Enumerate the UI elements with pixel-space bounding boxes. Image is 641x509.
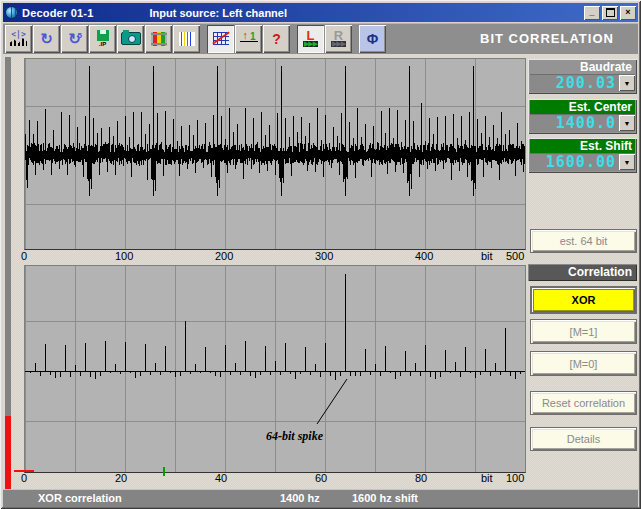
color-bars-icon: [151, 32, 167, 46]
decoder-window: Decoder 01-1 Input source: Left channel …: [0, 0, 641, 509]
status-shift-freq: 1600 hz shift: [352, 492, 418, 504]
m1-button[interactable]: [M=1]: [530, 319, 637, 344]
spectrum-icon: <|>: [11, 31, 25, 38]
raw-correlation-chart[interactable]: [24, 58, 526, 250]
axis-tick-label: 400: [415, 250, 433, 262]
titlebar: Decoder 01-1 Input source: Left channel …: [3, 3, 638, 22]
axis-tick-label: 60: [315, 472, 327, 484]
app-globe-icon: [5, 6, 18, 19]
histogram-icon: [10, 38, 27, 46]
help-button[interactable]: ?: [263, 25, 290, 53]
xor-button[interactable]: XOR: [530, 286, 637, 314]
est-center-label: Est. Center: [530, 100, 635, 114]
est-shift-dropdown-button[interactable]: ▼: [619, 154, 635, 170]
axis-tick-label: 40: [215, 472, 227, 484]
est-shift-value: 1600.00: [530, 153, 619, 171]
floppy-icon: [97, 30, 109, 41]
red-axis-marker: [14, 470, 34, 472]
axes-button[interactable]: ↑1: [235, 25, 262, 53]
minimize-button[interactable]: _: [584, 6, 600, 20]
axis-tick-label: 300: [315, 250, 333, 262]
toolbar: <|>↻↻5.IP↑1?L▶▶▶R▶▶▶Φ BIT CORRELATION: [3, 23, 638, 54]
close-button[interactable]: ×: [620, 6, 636, 20]
axis-tick-label: 500: [506, 250, 524, 262]
maximize-icon: [606, 8, 615, 17]
status-mode: XOR correlation: [38, 492, 122, 504]
refresh-button[interactable]: ↻: [33, 25, 60, 53]
est-center-dropdown-button[interactable]: ▼: [619, 115, 635, 131]
right-channel-button: R▶▶▶: [325, 25, 352, 53]
baudrate-dropdown-button[interactable]: ▼: [619, 75, 635, 91]
baudrate-label: Baudrate: [530, 60, 635, 74]
axis-unit-label: bit: [481, 250, 493, 262]
est-shift-panel: Est. Shift 1600.00 ▼: [528, 138, 637, 173]
axis-tick-label: 0: [21, 250, 27, 262]
spike-annotation: 64-bit spike: [266, 429, 323, 444]
left-channel-button[interactable]: L▶▶▶: [297, 25, 324, 53]
axis-tick-label: 100: [115, 250, 133, 262]
status-bar: XOR correlation 1400 hz 1600 hz shift: [3, 489, 638, 507]
view-heading: BIT CORRELATION: [480, 23, 614, 54]
axis-tick-label: 100: [506, 472, 524, 484]
window-title: Decoder 01-1: [22, 7, 94, 19]
snapshot-button[interactable]: [117, 25, 144, 53]
est-center-panel: Est. Center 1400.0 ▼: [528, 99, 637, 134]
phase-button[interactable]: Φ: [359, 25, 386, 53]
input-source-label: Input source: Left channel: [150, 7, 288, 19]
est-64-bit-button[interactable]: est. 64 bit: [530, 229, 637, 253]
maximize-button[interactable]: [602, 6, 618, 20]
axis-tick-label: 20: [115, 472, 127, 484]
help-icon: ?: [272, 31, 281, 47]
reset-correlation-button[interactable]: Reset correlation: [530, 391, 637, 415]
spectrum-button[interactable]: <|>: [5, 25, 32, 53]
color-bars-button[interactable]: [145, 25, 172, 53]
est-shift-label: Est. Shift: [530, 139, 635, 153]
save-ip-button[interactable]: .IP: [89, 25, 116, 53]
m0-button[interactable]: [M=0]: [530, 351, 637, 376]
phase-icon: Φ: [367, 31, 379, 47]
details-button[interactable]: Details: [530, 427, 637, 451]
axis-tick-label: 200: [215, 250, 233, 262]
axis-unit-label: bit: [481, 472, 493, 484]
axis-tick-label: 0: [21, 472, 27, 484]
camera-icon: [121, 32, 141, 45]
color-lines-button[interactable]: [173, 25, 200, 53]
green-axis-marker: [163, 467, 165, 476]
bit-correlation-button[interactable]: [207, 25, 234, 53]
correlation-grid-icon: [213, 32, 229, 45]
axes-icon: ↑1: [240, 32, 258, 46]
level-indicator: [5, 57, 11, 506]
est-center-value: 1400.0: [530, 114, 619, 132]
status-center-freq: 1400 hz: [280, 492, 320, 504]
color-lines-icon: [179, 32, 195, 46]
refresh-5-button[interactable]: ↻5: [61, 25, 88, 53]
baudrate-value: 200.03: [530, 74, 619, 92]
axis-tick-label: 80: [415, 472, 427, 484]
baudrate-panel: Baudrate 200.03 ▼: [528, 59, 637, 94]
correlation-section-header: Correlation: [528, 264, 637, 281]
refresh-icon: ↻: [40, 31, 53, 46]
